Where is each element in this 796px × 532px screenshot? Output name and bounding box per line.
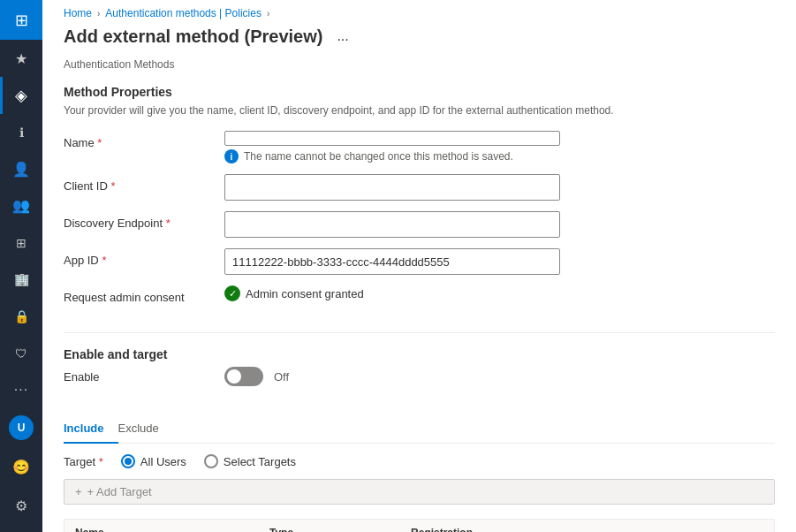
target-row: Target * All Users Select Targets <box>42 454 796 468</box>
target-required: * <box>99 455 103 468</box>
add-target-label: + Add Target <box>87 485 152 498</box>
app-id-row: App ID * <box>64 248 775 275</box>
all-users-radio[interactable] <box>121 454 135 468</box>
breadcrumb: Home › Authentication methods | Policies… <box>42 0 796 23</box>
sidebar-item-info[interactable]: ℹ <box>0 114 42 151</box>
section-divider <box>64 332 775 333</box>
app-id-required: * <box>102 254 106 267</box>
col-actions <box>728 527 763 532</box>
name-label: Name * <box>64 131 214 149</box>
col-name: Name <box>75 527 269 532</box>
enable-row: Enable Off <box>64 367 775 386</box>
page-header: Add external method (Preview) ··· <box>42 23 796 58</box>
info-icon: i <box>224 149 239 163</box>
user-avatar: U <box>9 415 34 440</box>
targets-table: Name Type Registration All Users Group O… <box>64 519 775 532</box>
col-type: Type <box>269 527 411 532</box>
client-id-row: Client ID * <box>64 174 775 201</box>
client-id-required: * <box>110 179 115 193</box>
breadcrumb-auth[interactable]: Authentication methods | Policies <box>105 7 262 19</box>
info-circle-icon: ℹ <box>19 125 24 140</box>
sidebar: ⊞ ★ ◈ ℹ 👤 👥 ⊞ 🏢 🔒 🛡 ··· U 😊 ⚙ <box>0 0 42 532</box>
sidebar-item-shield[interactable]: 🛡 <box>0 335 42 372</box>
name-required: * <box>97 136 102 149</box>
enable-toggle[interactable] <box>224 367 263 386</box>
sidebar-item-groups[interactable]: 👥 <box>0 187 42 224</box>
sidebar-item-lock[interactable]: 🔒 <box>0 298 42 335</box>
more-options-button[interactable]: ··· <box>333 28 352 51</box>
sidebar-bottom: U 😊 ⚙ <box>0 408 42 532</box>
col-registration: Registration <box>411 527 728 532</box>
sidebar-item-azure[interactable]: ◈ <box>0 77 42 114</box>
page-title: Add external method (Preview) <box>64 27 322 47</box>
consent-label: Request admin consent <box>64 285 214 304</box>
sidebar-item-users[interactable]: 👤 <box>0 150 42 187</box>
sidebar-item-apps[interactable]: ⊞ <box>0 224 42 262</box>
toggle-track <box>224 367 263 386</box>
sidebar-item-settings[interactable]: ⚙ <box>0 486 42 525</box>
main-content: Home › Authentication methods | Policies… <box>42 0 796 532</box>
enable-target-section: Enable and target Enable Off <box>42 347 796 414</box>
sidebar-item-org[interactable]: 🏢 <box>0 261 42 298</box>
table-header: Name Type Registration <box>64 520 774 532</box>
check-icon: ✓ <box>224 285 240 301</box>
enable-target-title: Enable and target <box>64 347 775 361</box>
include-exclude-tabs: Include Exclude <box>64 414 775 444</box>
name-info-box: i The name cannot be changed once this m… <box>224 149 560 163</box>
discovery-row: Discovery Endpoint * <box>64 211 775 238</box>
breadcrumb-home[interactable]: Home <box>64 7 92 19</box>
tab-include[interactable]: Include <box>64 414 118 444</box>
page-subtitle: Authentication Methods <box>42 58 796 85</box>
azure-icon: ◈ <box>15 86 27 105</box>
home-icon: ⊞ <box>15 11 28 30</box>
groups-icon: 👥 <box>12 197 30 214</box>
select-targets-radio[interactable] <box>204 454 218 468</box>
shield-icon: 🛡 <box>15 346 27 361</box>
discovery-label: Discovery Endpoint * <box>64 211 214 230</box>
all-users-label: All Users <box>140 455 186 468</box>
tab-exclude[interactable]: Exclude <box>118 414 173 444</box>
enable-label: Enable <box>64 370 214 384</box>
name-row: Name * i The name cannot be changed once… <box>64 131 775 163</box>
app-id-input[interactable] <box>224 248 560 275</box>
star-icon: ★ <box>15 50 27 67</box>
toggle-thumb <box>227 369 241 384</box>
client-id-label: Client ID * <box>64 174 214 193</box>
breadcrumb-sep1: › <box>97 9 100 19</box>
user-icon: 👤 <box>12 161 30 178</box>
consent-row: Request admin consent ✓ Admin consent gr… <box>64 285 775 304</box>
sidebar-logo[interactable]: ⊞ <box>0 0 42 40</box>
sidebar-item-feedback[interactable]: 😊 <box>0 447 42 486</box>
sidebar-item-avatar[interactable]: U <box>0 408 42 447</box>
feedback-icon: 😊 <box>12 459 30 475</box>
sidebar-item-more[interactable]: ··· <box>0 371 42 408</box>
sidebar-item-favorites[interactable]: ★ <box>0 40 42 77</box>
breadcrumb-sep2: › <box>267 9 269 19</box>
org-icon: 🏢 <box>14 272 29 286</box>
select-targets-label: Select Targets <box>224 455 296 468</box>
enable-status: Off <box>274 370 289 384</box>
more-dots-icon: ··· <box>14 382 28 398</box>
target-label: Target * <box>64 455 103 468</box>
name-input[interactable] <box>224 131 560 146</box>
client-id-input[interactable] <box>224 174 560 201</box>
all-users-option[interactable]: All Users <box>121 454 186 468</box>
discovery-required: * <box>166 217 171 230</box>
name-info-text: The name cannot be changed once this met… <box>244 150 513 163</box>
apps-icon: ⊞ <box>16 236 27 250</box>
select-targets-option[interactable]: Select Targets <box>204 454 296 468</box>
consent-status: ✓ Admin consent granted <box>224 285 364 301</box>
method-properties-desc: Your provider will give you the name, cl… <box>64 104 775 117</box>
discovery-input[interactable] <box>224 211 560 238</box>
add-target-button[interactable]: + + Add Target <box>64 479 775 505</box>
add-target-icon: + <box>75 485 82 498</box>
method-properties-section: Method Properties Your provider will giv… <box>42 85 796 329</box>
lock-icon: 🔒 <box>14 309 29 323</box>
app-id-label: App ID * <box>64 248 214 267</box>
method-properties-title: Method Properties <box>64 85 775 99</box>
consent-text: Admin consent granted <box>246 287 364 300</box>
settings-icon: ⚙ <box>15 498 27 514</box>
